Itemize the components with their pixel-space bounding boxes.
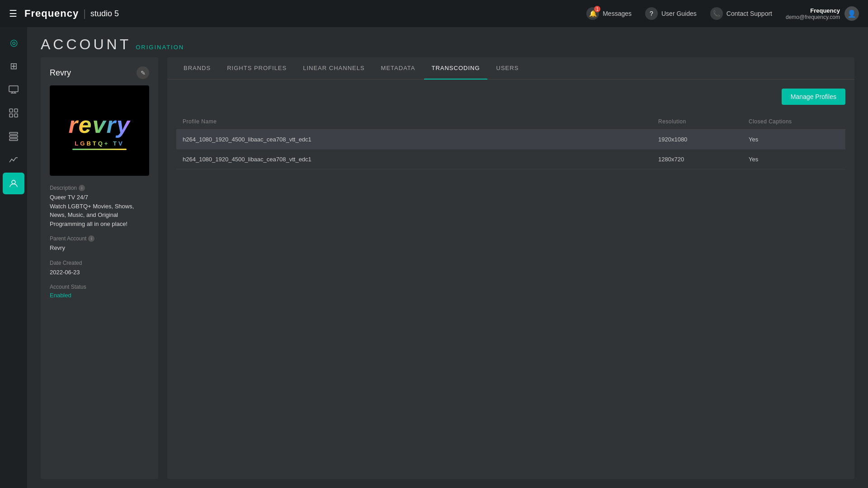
avatar: 👤 <box>844 6 859 21</box>
account-status-label: Account Status <box>50 284 149 290</box>
two-col-layout: Revry ✎ revry LGBTQ+ TV Description i <box>27 57 868 488</box>
sidebar-item-screen[interactable] <box>3 79 24 100</box>
sidebar-item-grid[interactable]: ⊞ <box>3 55 24 77</box>
svg-rect-5 <box>14 109 18 112</box>
sidebar-item-channels[interactable] <box>3 102 24 124</box>
company-name: Frequency <box>786 7 840 14</box>
tabs-bar: BRANDS RIGHTS PROFILES LINEAR CHANNELS M… <box>167 57 854 80</box>
col-header-resolution: Resolution <box>658 118 749 125</box>
content-area: ACCOUNT ORIGINATION Revry ✎ revry LGBTQ+… <box>27 27 868 488</box>
phone-icon: 📞 <box>710 7 723 20</box>
description-label: Description i <box>50 185 149 191</box>
account-status-value: Enabled <box>50 292 149 299</box>
logo-divider: | <box>83 8 86 19</box>
profile-name-cell: h264_1080_1920_4500_libaac_cea708_vtt_ed… <box>183 156 658 163</box>
messages-label: Messages <box>603 10 632 17</box>
svg-rect-7 <box>14 114 18 117</box>
nav-left: ☰ Frequency | studio 5 <box>9 8 119 19</box>
top-navigation: ☰ Frequency | studio 5 🔔 1 Messages ? Us… <box>0 0 868 27</box>
contact-support-label: Contact Support <box>726 10 772 17</box>
messages-badge: 1 <box>594 6 600 12</box>
left-panel: Revry ✎ revry LGBTQ+ TV Description i <box>41 57 158 479</box>
tab-metadata[interactable]: METADATA <box>374 57 423 80</box>
table-body: h264_1080_1920_4500_libaac_cea708_vtt_ed… <box>176 130 845 169</box>
svg-rect-6 <box>9 114 13 117</box>
table-row[interactable]: h264_1080_1920_4500_libaac_cea708_vtt_ed… <box>176 150 845 169</box>
tab-linear-channels[interactable]: LINEAR CHANNELS <box>296 57 372 80</box>
closed-captions-cell: Yes <box>749 136 839 143</box>
tab-transcoding[interactable]: TRANSCODING <box>424 57 487 80</box>
messages-action[interactable]: 🔔 1 Messages <box>586 7 632 20</box>
table-row[interactable]: h264_1080_1920_4500_libaac_cea708_vtt_ed… <box>176 130 845 150</box>
logo-studio: studio 5 <box>90 9 119 19</box>
sidebar-item-analytics[interactable] <box>3 149 24 171</box>
main-layout: ◎ ⊞ <box>0 27 868 488</box>
account-header: Revry ✎ <box>50 66 149 79</box>
date-created-value: 2022-06-23 <box>50 268 149 277</box>
bell-icon: 🔔 1 <box>586 7 599 20</box>
parent-account-label: Parent Account i <box>50 235 149 242</box>
manage-profiles-row: Manage Profiles <box>176 89 845 105</box>
resolution-cell: 868x488 <box>658 136 749 143</box>
sidebar: ◎ ⊞ <box>0 27 27 488</box>
page-header: ACCOUNT ORIGINATION <box>27 27 868 57</box>
sidebar-item-schedule[interactable] <box>3 126 24 147</box>
description-value: Queer TV 24/7 Watch LGBTQ+ Movies, Shows… <box>50 193 149 228</box>
right-panel: BRANDS RIGHTS PROFILES LINEAR CHANNELS M… <box>167 57 854 479</box>
hamburger-icon[interactable]: ☰ <box>9 8 17 19</box>
svg-rect-9 <box>9 136 18 137</box>
manage-profiles-button[interactable]: Manage Profiles <box>782 89 845 105</box>
page-title: ACCOUNT <box>41 36 131 53</box>
parent-account-info-icon: i <box>88 235 94 242</box>
profile-name-cell: h264_1080_1920_4500_libaac_cea708_vtt_ed… <box>183 136 658 143</box>
svg-rect-10 <box>9 139 18 141</box>
closed-captions-cell: Yes <box>749 156 839 163</box>
account-logo-image: revry LGBTQ+ TV <box>50 85 149 176</box>
transcoding-tab-content: Manage Profiles Profile Name Resolution … <box>167 80 854 479</box>
logo: Frequency | studio 5 <box>24 8 119 19</box>
revry-underline <box>72 149 127 150</box>
svg-rect-8 <box>9 132 18 134</box>
tab-rights-profiles[interactable]: RIGHTS PROFILES <box>220 57 294 80</box>
user-guides-action[interactable]: ? User Guides <box>645 7 697 20</box>
nav-right: 🔔 1 Messages ? User Guides 📞 Contact Sup… <box>586 6 859 21</box>
contact-support-action[interactable]: 📞 Contact Support <box>710 7 772 20</box>
revry-text: revry <box>68 111 130 138</box>
revry-logo: revry LGBTQ+ TV <box>68 111 130 150</box>
user-info[interactable]: Frequency demo@frequency.com 👤 <box>786 6 859 21</box>
logo-brand: Frequency <box>24 8 79 19</box>
svg-rect-4 <box>9 109 13 112</box>
profiles-table: Profile Name Resolution Closed Captions … <box>176 114 845 169</box>
page-subtitle: ORIGINATION <box>136 44 184 51</box>
resolution-cell: 1280x720 <box>658 156 749 163</box>
sidebar-item-accounts[interactable] <box>3 173 24 194</box>
svg-point-11 <box>12 180 15 184</box>
user-text: Frequency demo@frequency.com <box>786 7 840 20</box>
col-header-closed-captions: Closed Captions <box>749 118 839 125</box>
sidebar-item-dashboard[interactable]: ◎ <box>3 32 24 53</box>
user-email: demo@frequency.com <box>786 14 840 20</box>
account-name: Revry <box>50 68 71 78</box>
user-guides-label: User Guides <box>661 10 697 17</box>
revry-tagline: LGBTQ+ TV <box>75 140 124 147</box>
svg-rect-0 <box>9 86 18 92</box>
table-header: Profile Name Resolution Closed Captions <box>176 114 845 130</box>
col-header-profile-name: Profile Name <box>183 118 658 125</box>
edit-account-button[interactable]: ✎ <box>137 66 149 79</box>
description-info-icon: i <box>79 185 85 191</box>
tab-users[interactable]: USERS <box>489 57 526 80</box>
parent-account-value: Revry <box>50 244 149 253</box>
question-icon: ? <box>645 7 658 20</box>
tab-brands[interactable]: BRANDS <box>176 57 218 80</box>
date-created-label: Date Created <box>50 260 149 266</box>
